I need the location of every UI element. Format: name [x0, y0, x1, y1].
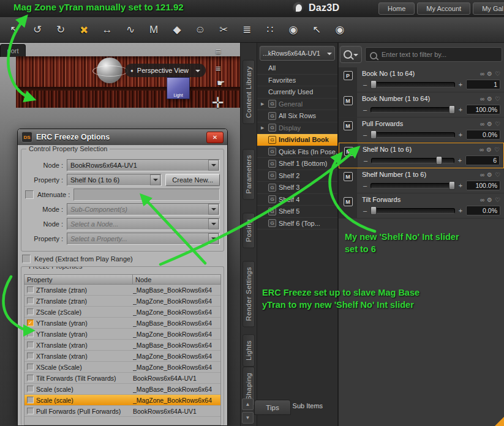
- group-shelf-3[interactable]: ▶ G Shelf 3: [257, 182, 337, 194]
- render-camera-icon[interactable]: ◉: [284, 21, 303, 39]
- scroll-up-button[interactable]: ▲: [242, 398, 254, 410]
- filter-currently-used[interactable]: ▶ G Currently Used: [257, 86, 337, 99]
- filter-input[interactable]: [365, 47, 502, 62]
- slider-decrement-button[interactable]: –: [362, 131, 368, 138]
- heart-icon[interactable]: ♡: [495, 171, 500, 178]
- slider-handle[interactable]: [370, 80, 377, 89]
- joint-editor-icon[interactable]: ◆: [168, 21, 186, 39]
- link-icon[interactable]: ∞: [480, 196, 484, 203]
- slider-decrement-button[interactable]: –: [362, 81, 368, 88]
- slider-increment-button[interactable]: +: [457, 131, 464, 138]
- cut-tool-icon[interactable]: ✂: [214, 21, 233, 39]
- gear-icon[interactable]: ⚙: [487, 171, 492, 178]
- freeze-row-checkbox[interactable]: ✓: [27, 397, 34, 403]
- expander-icon[interactable]: ▶: [261, 102, 266, 106]
- create-new-button[interactable]: Create New...: [165, 174, 220, 186]
- slider-decrement-button[interactable]: –: [362, 207, 368, 214]
- freeze-row-checkbox[interactable]: ✓: [27, 308, 34, 315]
- universal-manipulator-icon[interactable]: ✚: [71, 17, 97, 42]
- pan-hand-icon[interactable]: ☛: [217, 78, 225, 89]
- slider-handle[interactable]: [370, 130, 377, 139]
- freeze-property-row[interactable]: ✓ ZTranslate (ztran) _MagBase_BookRows6x…: [24, 285, 220, 296]
- expander-icon[interactable]: ▶: [261, 125, 266, 130]
- link-icon[interactable]: ∞: [480, 171, 484, 178]
- tab-posing[interactable]: Posing: [243, 213, 255, 248]
- group-all-six-rows[interactable]: ▶ G All Six Rows: [257, 110, 337, 122]
- heart-icon[interactable]: ♡: [495, 70, 500, 77]
- node-combo[interactable]: BookRows6x64A-UV1: [67, 159, 220, 171]
- heart-icon[interactable]: ♡: [495, 196, 500, 203]
- freeze-row-checkbox[interactable]: ✓: [27, 342, 34, 348]
- gear-icon[interactable]: ⚙: [487, 121, 492, 127]
- slider-handle[interactable]: [370, 206, 377, 215]
- freeze-row-checkbox[interactable]: ✓: [27, 297, 34, 304]
- slider-value[interactable]: 100.0%: [466, 105, 500, 114]
- nav-my-gallery-button[interactable]: My Gal: [473, 2, 504, 15]
- link-icon[interactable]: ∞: [480, 121, 484, 127]
- group-individual-book[interactable]: ▶ G Individual Book: [257, 134, 337, 146]
- tips-tab[interactable]: Tips: [254, 400, 291, 415]
- slider-decrement-button[interactable]: –: [362, 106, 368, 113]
- slider-increment-button[interactable]: +: [457, 157, 463, 164]
- tab-lights[interactable]: Lights: [243, 334, 255, 367]
- viewport-options-icon[interactable]: ≡: [216, 63, 221, 73]
- freeze-property-row[interactable]: ✓ Scale (scale) _MagZone_BookRows6x64: [24, 395, 220, 406]
- slider-value[interactable]: 100.0%: [466, 181, 500, 190]
- node-selection-tool-icon[interactable]: ↖: [5, 21, 23, 39]
- link-icon[interactable]: ∞: [480, 95, 484, 102]
- dots-tool-icon[interactable]: ∷: [261, 21, 279, 39]
- slider-track[interactable]: [370, 82, 455, 88]
- slave-node-combo[interactable]: Select a Node...: [67, 218, 220, 230]
- snapshot-camera-icon[interactable]: ◉: [331, 21, 349, 39]
- mode-combo[interactable]: Sub-Component(s): [67, 203, 220, 215]
- group-shelf-1[interactable]: ▶ G Shelf 1 (Bottom): [257, 158, 337, 170]
- search-options-button[interactable]: [340, 46, 362, 63]
- group-shelf-4[interactable]: ▶ G Shelf 4: [257, 194, 337, 206]
- nav-home-button[interactable]: Home: [378, 2, 415, 15]
- link-icon[interactable]: ∞: [480, 70, 484, 77]
- freeze-property-row[interactable]: ✓ YTranslate (ytran) _MagZone_BookRows6x…: [24, 329, 220, 340]
- slider-increment-button[interactable]: +: [457, 106, 464, 113]
- freeze-property-row[interactable]: ✓ XTranslate (xtran) _MagZone_BookRows6x…: [24, 351, 220, 362]
- light-gizmo-cube[interactable]: Light: [167, 77, 190, 99]
- attenuate-checkbox[interactable]: ✓: [25, 190, 34, 199]
- spline-connect-tool-icon[interactable]: ∿: [121, 21, 140, 39]
- camera-nav-cross-icon[interactable]: ✛: [212, 94, 224, 111]
- freeze-property-row[interactable]: ✓ Scale (scale) _MagBase_BookRows6x64: [24, 384, 220, 395]
- add-figure-icon[interactable]: ☺: [191, 21, 209, 39]
- freeze-property-row[interactable]: ✓ YTranslate (ytran) _MagBase_BookRows6x…: [24, 318, 220, 329]
- slider-handle[interactable]: [449, 181, 455, 190]
- slider-track[interactable]: [370, 208, 455, 214]
- filter-favorites[interactable]: ▶ G Favorites: [257, 75, 337, 87]
- slider-decrement-button[interactable]: –: [362, 182, 368, 189]
- freeze-row-checkbox[interactable]: ✓: [27, 353, 34, 359]
- slider-value[interactable]: 0.0%: [466, 130, 500, 140]
- freeze-property-row[interactable]: ✓ XScale (xScale) _MagZone_BookRows6x64: [24, 362, 220, 373]
- tab-content-library[interactable]: Content Library: [243, 60, 255, 124]
- viewport-tab[interactable]: port: [0, 44, 26, 57]
- slider-increment-button[interactable]: +: [457, 81, 464, 88]
- filter-all[interactable]: ▶ G All: [257, 62, 337, 75]
- tab-render-settings[interactable]: Render Settings: [243, 261, 255, 327]
- freeze-row-checkbox[interactable]: ✓: [27, 286, 34, 293]
- freeze-property-row[interactable]: ✓ XTranslate (xtran) _MagBase_BookRows6x…: [24, 340, 220, 351]
- freeze-property-row[interactable]: ✓ Pull Forwards (Pull Forwards) BookRows…: [24, 406, 220, 417]
- rotate-tool-icon[interactable]: ↺: [28, 21, 47, 39]
- tab-parameters[interactable]: Parameters: [243, 149, 255, 200]
- close-icon[interactable]: ✕: [206, 132, 224, 143]
- dialog-titlebar[interactable]: DS ERC Freeze Options ✕: [18, 129, 227, 145]
- gear-icon[interactable]: ⚙: [486, 146, 492, 153]
- scale-tool-icon[interactable]: ↔: [98, 21, 116, 39]
- comb-tool-icon[interactable]: ≣: [238, 21, 256, 39]
- slave-property-combo[interactable]: Select a Property...: [67, 233, 220, 245]
- magnet-m-tool-icon[interactable]: M: [145, 21, 163, 39]
- slider-decrement-button[interactable]: –: [363, 157, 369, 164]
- link-icon[interactable]: ∞: [480, 146, 484, 153]
- nav-my-account-button[interactable]: My Account: [417, 2, 470, 15]
- group-shelf-5[interactable]: ▶ G Shelf 5: [257, 206, 337, 218]
- group-shelf-2[interactable]: ▶ G Shelf 2: [257, 170, 337, 182]
- freeze-row-checkbox[interactable]: ✓: [27, 408, 34, 414]
- pointer-tool-icon[interactable]: ↖: [307, 21, 326, 39]
- heart-icon[interactable]: ♡: [494, 146, 500, 153]
- slider-handle[interactable]: [436, 156, 442, 165]
